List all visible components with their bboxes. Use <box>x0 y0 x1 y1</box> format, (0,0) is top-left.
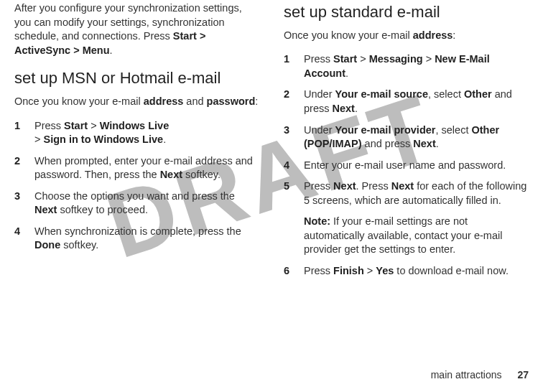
ui-label: Start <box>64 120 88 131</box>
right-steps: 1 Press Start > Messaging > New E-Mail A… <box>284 52 529 207</box>
ui-label: Sign in to Windows Live <box>44 134 164 145</box>
step-body: Press Start > Windows Live > Sign in to … <box>34 119 259 147</box>
text: . <box>345 67 348 79</box>
step-number: 1 <box>284 52 294 80</box>
list-item: 2 Under Your e-mail source, select Other… <box>284 88 529 116</box>
list-item: 5 Press Next. Press Next for each of the… <box>284 179 529 207</box>
sep: > <box>34 134 44 145</box>
ui-label: Next <box>34 204 57 215</box>
step-number: 3 <box>284 123 294 151</box>
step-body: Enter your e-mail user name and password… <box>304 159 529 173</box>
step-number: 2 <box>14 154 24 182</box>
note-text: If your e-mail settings are not automati… <box>304 215 502 255</box>
text: Press <box>304 265 333 276</box>
sep: > <box>364 265 376 276</box>
step-body: When prompted, enter your e-mail address… <box>34 154 259 182</box>
note-label: Note: <box>304 215 330 227</box>
intro-text: After you configure your synchronization… <box>14 2 242 42</box>
ui-label: Windows Live <box>100 120 170 131</box>
ui-label: Next <box>391 180 414 192</box>
text: and press <box>362 138 414 149</box>
text: , select <box>428 88 464 100</box>
right-heading: set up standard e-mail <box>284 1 529 23</box>
ui-label: Next <box>333 103 355 114</box>
step-body: Press Finish > Yes to download e-mail no… <box>304 264 529 279</box>
step-number: 6 <box>284 264 294 279</box>
list-item: 4 Enter your e-mail user name and passwo… <box>284 159 529 173</box>
text: . Press <box>356 180 391 192</box>
step-body: Press Start > Messaging > New E-Mail Acc… <box>304 52 529 80</box>
text: Press <box>304 53 333 65</box>
text: softkey. <box>182 169 221 180</box>
left-know-line: Once you know your e-mail address and pa… <box>14 95 259 109</box>
ui-label: Done <box>34 239 60 251</box>
right-know-after: : <box>452 29 455 41</box>
footer-page-number: 27 <box>517 369 529 381</box>
intro-end: . <box>110 45 113 56</box>
right-know-before: Once you know your e-mail <box>284 29 413 41</box>
text: Under <box>304 124 335 136</box>
ui-label: Start <box>333 53 357 65</box>
text: . <box>436 138 439 149</box>
step-body: Press Next. Press Next for each of the f… <box>304 179 529 207</box>
text: When synchronization is complete, press … <box>34 225 241 237</box>
ui-label: Messaging <box>369 53 423 65</box>
left-know-address: address <box>144 95 184 107</box>
step-body: Under Your e-mail source, select Other a… <box>304 88 529 116</box>
ui-label: Other <box>464 88 492 100</box>
right-column: set up standard e-mail Once you know you… <box>284 1 529 286</box>
step-body: Under Your e-mail provider, select Other… <box>304 123 529 151</box>
step-number: 1 <box>14 119 24 147</box>
list-item: 6 Press Finish > Yes to download e-mail … <box>284 264 529 279</box>
step-number: 4 <box>14 225 24 253</box>
text: . <box>163 134 166 145</box>
right-steps-continued: 6 Press Finish > Yes to download e-mail … <box>284 264 529 279</box>
list-item: 1 Press Start > Messaging > New E-Mail A… <box>284 52 529 80</box>
page-footer: main attractions 27 <box>431 368 529 382</box>
right-know-line: Once you know your e-mail address: <box>284 29 529 43</box>
ui-label: Next <box>333 180 356 192</box>
left-know-before: Once you know your e-mail <box>14 95 144 107</box>
list-item: 2 When prompted, enter your e-mail addre… <box>14 154 259 182</box>
text: Press <box>304 180 333 192</box>
left-know-password: password <box>207 95 256 107</box>
text: Choose the options you want and press th… <box>34 190 235 202</box>
ui-label: Your e-mail provider <box>335 124 436 136</box>
text: Under <box>304 88 335 100</box>
ui-label: Next <box>160 169 182 180</box>
step-body: Choose the options you want and press th… <box>34 190 259 218</box>
sep: > <box>423 53 435 65</box>
note-paragraph: Note: If your e-mail settings are not au… <box>304 215 529 257</box>
text: to download e-mail now. <box>394 265 509 276</box>
sep: > <box>88 120 100 131</box>
list-item: 4 When synchronization is complete, pres… <box>14 225 259 253</box>
left-know-after: : <box>255 95 258 107</box>
text: , select <box>435 124 471 136</box>
step-body: When synchronization is complete, press … <box>34 225 259 253</box>
list-item: 3 Under Your e-mail provider, select Oth… <box>284 123 529 151</box>
step-number: 5 <box>284 179 294 207</box>
ui-label: Finish <box>333 265 364 276</box>
intro-paragraph: After you configure your synchronization… <box>14 1 259 57</box>
text: softkey. <box>60 239 98 251</box>
ui-label: Your e-mail source <box>335 88 428 100</box>
left-column: After you configure your synchronization… <box>14 1 259 286</box>
sep: > <box>357 53 369 65</box>
text: Press <box>34 120 64 131</box>
text: . <box>355 103 358 114</box>
ui-label: Next <box>413 138 435 149</box>
footer-section: main attractions <box>431 369 502 381</box>
list-item: 1 Press Start > Windows Live > Sign in t… <box>14 119 259 147</box>
step-number: 3 <box>14 190 24 218</box>
ui-label: Yes <box>376 265 394 276</box>
step-number: 2 <box>284 88 294 116</box>
left-heading: set up MSN or Hotmail e-mail <box>14 67 259 89</box>
right-know-address: address <box>413 29 453 41</box>
text: softkey to proceed. <box>57 204 148 215</box>
left-steps: 1 Press Start > Windows Live > Sign in t… <box>14 119 259 253</box>
list-item: 3 Choose the options you want and press … <box>14 190 259 218</box>
page-content: After you configure your synchronization… <box>0 0 543 286</box>
left-know-mid: and <box>183 95 206 107</box>
step-number: 4 <box>284 159 294 173</box>
